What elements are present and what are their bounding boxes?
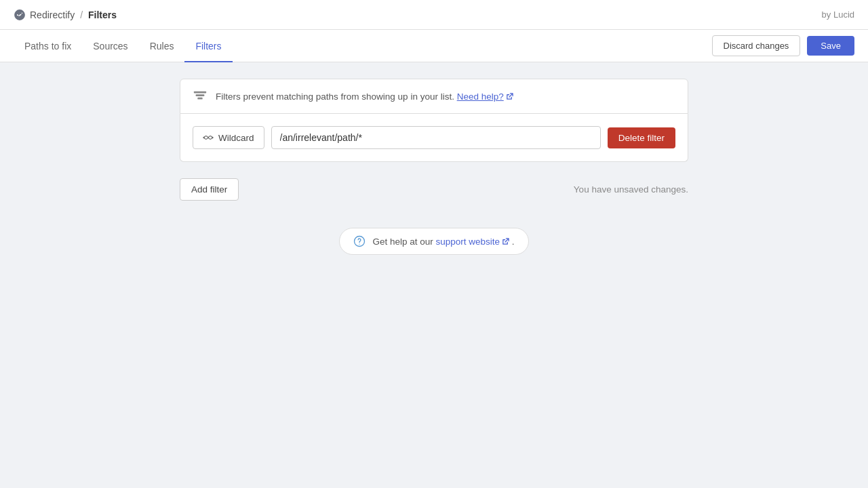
info-text: Filters prevent matching paths from show…	[216, 92, 513, 102]
info-box: Filters prevent matching paths from show…	[180, 79, 688, 114]
need-help-link[interactable]: Need help?	[457, 92, 513, 102]
tab-sources[interactable]: Sources	[82, 30, 138, 62]
filter-row: Wildcard Delete filter	[193, 126, 675, 149]
tab-rules[interactable]: Rules	[139, 30, 185, 62]
header: Redirectify / Filters by Lucid	[0, 0, 868, 30]
nav-tabs: Paths to fix Sources Rules Filters	[14, 30, 233, 62]
discard-changes-button[interactable]: Discard changes	[712, 35, 801, 56]
logo-icon	[14, 9, 26, 21]
filter-info-icon	[193, 89, 208, 104]
wildcard-icon	[203, 132, 214, 143]
svg-point-5	[212, 137, 213, 138]
svg-point-4	[203, 137, 204, 138]
svg-rect-3	[197, 98, 202, 100]
nav-bar: Paths to fix Sources Rules Filters Disca…	[0, 30, 868, 62]
page-title: Filters	[88, 9, 117, 20]
unsaved-message: You have unsaved changes.	[574, 184, 688, 195]
breadcrumb: Redirectify / Filters	[14, 9, 117, 21]
attribution: by Lucid	[822, 9, 854, 20]
main-content: Filters prevent matching paths from show…	[0, 62, 868, 271]
app-name: Redirectify	[30, 9, 75, 20]
wildcard-label: Wildcard	[218, 133, 254, 143]
support-footer: Get help at our support website .	[339, 228, 528, 255]
svg-rect-1	[194, 92, 206, 94]
support-text: Get help at our support website .	[372, 237, 514, 247]
save-button[interactable]: Save	[807, 36, 854, 56]
support-external-link-icon	[502, 238, 509, 245]
support-box: Get help at our support website .	[339, 228, 528, 255]
external-link-icon	[506, 93, 513, 100]
svg-point-7	[359, 244, 360, 245]
delete-filter-button[interactable]: Delete filter	[608, 127, 675, 148]
filter-value-input[interactable]	[271, 126, 601, 149]
filter-box: Wildcard Delete filter	[180, 114, 688, 162]
add-filter-button[interactable]: Add filter	[180, 178, 239, 201]
bottom-row: Add filter You have unsaved changes.	[180, 178, 688, 201]
tab-paths[interactable]: Paths to fix	[14, 30, 82, 62]
app-logo: Redirectify	[14, 9, 75, 21]
wildcard-type-button[interactable]: Wildcard	[193, 126, 264, 149]
nav-actions: Discard changes Save	[712, 35, 854, 56]
svg-rect-2	[196, 94, 205, 96]
content-area: Filters prevent matching paths from show…	[180, 79, 688, 162]
tab-filters[interactable]: Filters	[184, 30, 232, 62]
support-website-link[interactable]: support website	[435, 237, 509, 247]
breadcrumb-separator: /	[80, 9, 83, 20]
help-circle-icon	[353, 235, 366, 247]
